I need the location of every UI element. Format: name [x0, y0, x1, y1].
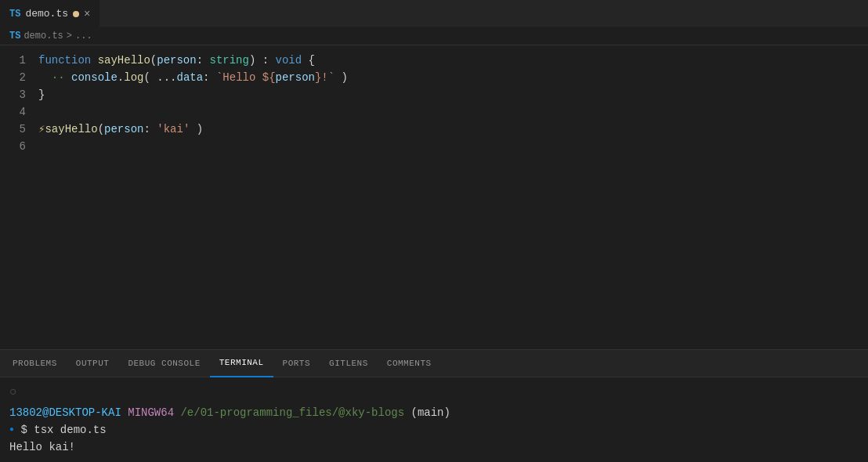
- code-line-1: function sayHello(person: string) : void…: [38, 52, 868, 69]
- tab-filename: demo.ts: [25, 8, 68, 20]
- bottom-panel: PROBLEMS OUTPUT DEBUG CONSOLE TERMINAL P…: [0, 349, 868, 462]
- code-editor[interactable]: 1 2 3 4 5 6 function sayHello(person: st…: [0, 45, 868, 247]
- breadcrumb-separator: >: [67, 31, 72, 42]
- terminal-path: /e/01-programming_files/@xky-blogs: [180, 404, 404, 421]
- terminal-circle-icon: ○: [9, 384, 859, 401]
- terminal-branch: (main): [411, 404, 450, 421]
- code-line-6: [38, 138, 868, 155]
- terminal-user: 13802@DESKTOP-KAI: [9, 404, 121, 421]
- tab-output[interactable]: OUTPUT: [67, 350, 119, 377]
- line-numbers: 1 2 3 4 5 6: [0, 45, 35, 247]
- code-content: function sayHello(person: string) : void…: [35, 45, 868, 247]
- tab-terminal[interactable]: TERMINAL: [210, 350, 273, 377]
- terminal-command-line: ● $ tsx demo.ts: [9, 421, 859, 439]
- breadcrumb-context[interactable]: ...: [75, 31, 92, 42]
- line-number-3: 3: [0, 86, 26, 103]
- line-number-2: 2: [0, 69, 26, 86]
- code-line-2: ·· console.log( ...data: `Hello ${person…: [38, 69, 868, 86]
- terminal-space1: [121, 404, 128, 421]
- terminal-space3: [404, 404, 410, 421]
- code-line-4: [38, 103, 868, 121]
- code-line-5: ⚡sayHello(person: 'kai' ): [38, 121, 868, 138]
- editor-tab-demo-ts[interactable]: TS demo.ts ×: [0, 0, 99, 27]
- panel-tab-bar: PROBLEMS OUTPUT DEBUG CONSOLE TERMINAL P…: [0, 350, 868, 377]
- terminal-dollar: $: [14, 421, 34, 439]
- tab-problems[interactable]: PROBLEMS: [3, 350, 67, 377]
- modified-dot: [73, 11, 79, 17]
- terminal-output: Hello kai!: [9, 439, 75, 456]
- editor-empty-area[interactable]: [0, 247, 868, 349]
- tab-gitlens[interactable]: GITLENS: [320, 350, 378, 377]
- code-line-3: }: [38, 86, 868, 103]
- terminal-prompt-line: 13802@DESKTOP-KAI MINGW64 /e/01-programm…: [9, 404, 859, 421]
- tab-ports[interactable]: PORTS: [273, 350, 320, 377]
- terminal-command: tsx demo.ts: [34, 421, 106, 439]
- breadcrumb-filename[interactable]: demo.ts: [24, 31, 63, 42]
- tab-bar: TS demo.ts ×: [0, 0, 868, 27]
- line-number-5: 5: [0, 121, 26, 138]
- tab-comments[interactable]: COMMENTS: [378, 350, 441, 377]
- terminal-output-line: Hello kai!: [9, 439, 859, 456]
- terminal-space2: [174, 404, 180, 421]
- terminal-shell: MINGW64: [128, 404, 174, 421]
- terminal-content[interactable]: ○ 13802@DESKTOP-KAI MINGW64 /e/01-progra…: [0, 377, 868, 462]
- ts-icon: TS: [9, 9, 20, 20]
- vscode-window: TS demo.ts × TS demo.ts > ... 1 2 3 4 5 …: [0, 0, 868, 462]
- close-icon[interactable]: ×: [84, 8, 90, 20]
- tab-debug-console[interactable]: DEBUG CONSOLE: [118, 350, 209, 377]
- line-number-4: 4: [0, 103, 26, 121]
- breadcrumb: TS demo.ts > ...: [0, 27, 868, 45]
- line-number-1: 1: [0, 52, 26, 69]
- line-number-6: 6: [0, 138, 26, 155]
- breadcrumb-ts-icon: TS: [9, 31, 20, 42]
